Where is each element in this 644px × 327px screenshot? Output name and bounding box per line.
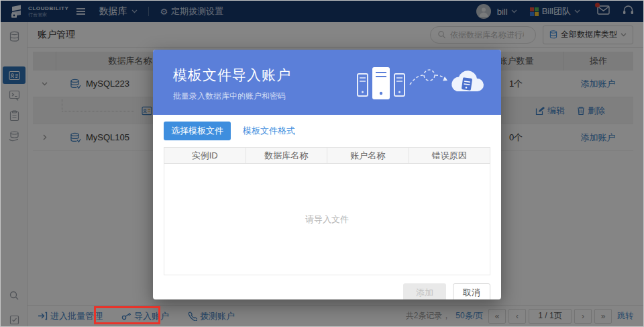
import-accounts-modal: 模板文件导入账户 批量录入数据库中的账户和密码 bbox=[153, 50, 501, 299]
add-button[interactable]: 添加 bbox=[403, 283, 446, 299]
modal-body: 选择模板文件 模板文件格式 实例ID 数据库名称 账户名称 错误原因 请导入文件… bbox=[153, 115, 501, 299]
column-error-reason: 错误原因 bbox=[409, 148, 490, 163]
modal-footer: 添加 取消 bbox=[164, 283, 490, 299]
modal-header: 模板文件导入账户 批量录入数据库中的账户和密码 bbox=[153, 50, 501, 115]
tab-select-template-file[interactable]: 选择模板文件 bbox=[164, 122, 231, 140]
cancel-button[interactable]: 取消 bbox=[453, 283, 490, 299]
modal-table-header: 实例ID 数据库名称 账户名称 错误原因 bbox=[164, 147, 490, 164]
column-account-name: 账户名称 bbox=[327, 148, 409, 163]
empty-state-text: 请导入文件 bbox=[305, 214, 349, 226]
modal-table-body: 请导入文件 bbox=[164, 164, 490, 275]
modal-tabs: 选择模板文件 模板文件格式 bbox=[164, 122, 490, 140]
column-instance-id: 实例ID bbox=[164, 148, 246, 163]
app-window: CLOUDBILITY 行云管家 数据库 ⚙ 定期拨测设置 bill bbox=[0, 0, 644, 327]
servers-to-cloud-illustration bbox=[355, 60, 486, 103]
column-database-name: 数据库名称 bbox=[246, 148, 328, 163]
tab-template-file-format[interactable]: 模板文件格式 bbox=[243, 125, 295, 137]
